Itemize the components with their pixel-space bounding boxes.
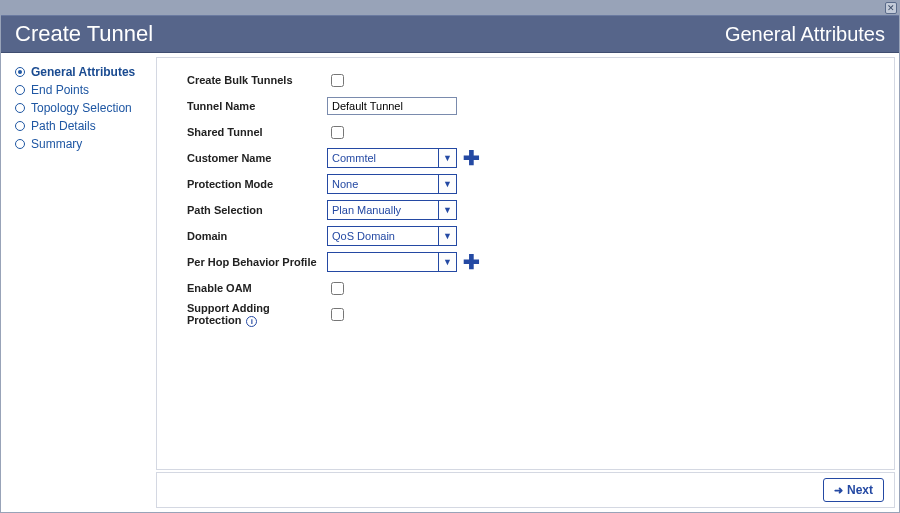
sidebar-item-end-points[interactable]: End Points xyxy=(1,81,156,99)
label-create-bulk: Create Bulk Tunnels xyxy=(187,74,327,86)
row-domain: Domain QoS Domain ▼ xyxy=(187,224,894,248)
select-value: QoS Domain xyxy=(332,230,395,242)
dialog-body: General Attributes End Points Topology S… xyxy=(1,53,899,512)
select-value: Commtel xyxy=(332,152,376,164)
label-customer-name: Customer Name xyxy=(187,152,327,164)
dialog-footer: ➜ Next xyxy=(156,472,895,508)
label-support-adding-protection: Support Adding Protection i xyxy=(187,302,327,327)
row-protection-mode: Protection Mode None ▼ xyxy=(187,172,894,196)
add-phb-icon[interactable]: ✚ xyxy=(463,252,480,272)
row-path-selection: Path Selection Plan Manually ▼ xyxy=(187,198,894,222)
row-shared-tunnel: Shared Tunnel xyxy=(187,120,894,144)
label-text: Support Adding Protection xyxy=(187,302,270,326)
sidebar-item-label: Summary xyxy=(31,137,82,151)
info-icon[interactable]: i xyxy=(246,316,257,327)
checkbox-create-bulk[interactable] xyxy=(331,74,344,87)
dialog-title: Create Tunnel xyxy=(15,21,153,47)
sidebar-item-label: End Points xyxy=(31,83,89,97)
sidebar-item-label: Path Details xyxy=(31,119,96,133)
dialog-header: Create Tunnel General Attributes xyxy=(1,15,899,53)
radio-icon xyxy=(15,121,25,131)
add-customer-icon[interactable]: ✚ xyxy=(463,148,480,168)
row-support-adding-protection: Support Adding Protection i xyxy=(187,302,894,327)
chevron-down-icon: ▼ xyxy=(438,201,456,219)
form-area[interactable]: Create Bulk Tunnels Tunnel Name Shared T… xyxy=(156,57,895,470)
chevron-down-icon: ▼ xyxy=(438,253,456,271)
sidebar-item-label: General Attributes xyxy=(31,65,135,79)
input-tunnel-name[interactable] xyxy=(327,97,457,115)
sidebar-item-summary[interactable]: Summary xyxy=(1,135,156,153)
next-button[interactable]: ➜ Next xyxy=(823,478,884,502)
label-tunnel-name: Tunnel Name xyxy=(187,100,327,112)
chevron-down-icon: ▼ xyxy=(438,175,456,193)
select-domain[interactable]: QoS Domain ▼ xyxy=(327,226,457,246)
chevron-down-icon: ▼ xyxy=(438,149,456,167)
row-enable-oam: Enable OAM xyxy=(187,276,894,300)
row-customer-name: Customer Name Commtel ▼ ✚ xyxy=(187,146,894,170)
row-phb-profile: Per Hop Behavior Profile ▼ ✚ xyxy=(187,250,894,274)
select-path-selection[interactable]: Plan Manually ▼ xyxy=(327,200,457,220)
sidebar-item-path-details[interactable]: Path Details xyxy=(1,117,156,135)
checkbox-enable-oam[interactable] xyxy=(331,282,344,295)
select-value: Plan Manually xyxy=(332,204,401,216)
radio-icon xyxy=(15,103,25,113)
next-button-label: Next xyxy=(847,483,873,497)
label-domain: Domain xyxy=(187,230,327,242)
label-path-selection: Path Selection xyxy=(187,204,327,216)
label-phb-profile: Per Hop Behavior Profile xyxy=(187,256,327,268)
label-protection-mode: Protection Mode xyxy=(187,178,327,190)
close-icon[interactable]: ✕ xyxy=(885,2,897,14)
checkbox-shared-tunnel[interactable] xyxy=(331,126,344,139)
label-enable-oam: Enable OAM xyxy=(187,282,327,294)
sidebar-item-topology-selection[interactable]: Topology Selection xyxy=(1,99,156,117)
row-tunnel-name: Tunnel Name xyxy=(187,94,894,118)
checkbox-support-adding-protection[interactable] xyxy=(331,308,344,321)
select-protection-mode[interactable]: None ▼ xyxy=(327,174,457,194)
arrow-right-icon: ➜ xyxy=(834,484,843,497)
label-shared-tunnel: Shared Tunnel xyxy=(187,126,327,138)
select-phb-profile[interactable]: ▼ xyxy=(327,252,457,272)
titlebar: ✕ xyxy=(1,1,899,15)
radio-icon xyxy=(15,67,25,77)
radio-icon xyxy=(15,85,25,95)
select-value: None xyxy=(332,178,358,190)
wizard-sidebar: General Attributes End Points Topology S… xyxy=(1,53,156,512)
chevron-down-icon: ▼ xyxy=(438,227,456,245)
sidebar-item-label: Topology Selection xyxy=(31,101,132,115)
select-customer-name[interactable]: Commtel ▼ xyxy=(327,148,457,168)
main-panel: Create Bulk Tunnels Tunnel Name Shared T… xyxy=(156,53,899,512)
dialog-window: ✕ Create Tunnel General Attributes Gener… xyxy=(0,0,900,513)
sidebar-item-general-attributes[interactable]: General Attributes xyxy=(1,63,156,81)
row-create-bulk: Create Bulk Tunnels xyxy=(187,68,894,92)
radio-icon xyxy=(15,139,25,149)
dialog-subtitle: General Attributes xyxy=(725,23,885,46)
